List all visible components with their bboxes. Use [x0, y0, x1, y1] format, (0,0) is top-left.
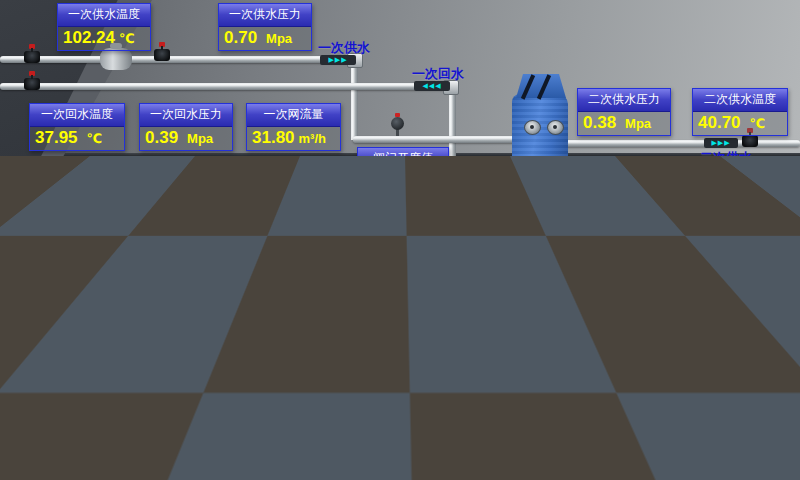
flow-arrow-right-icon: ▶▶▶: [704, 138, 738, 148]
panel-unit: Mpa: [625, 271, 651, 286]
pipe-secondary-supply: [562, 140, 800, 147]
pipe-primary-supply-drop: [351, 63, 358, 140]
pump-flange: [235, 360, 243, 371]
flow-arrow-right-icon: ▶▶▶: [578, 388, 612, 398]
panel-unit: Mpa: [625, 116, 651, 131]
pump-flange: [262, 424, 271, 437]
flow-arrow-left-icon: ◀◀◀: [692, 294, 726, 304]
pipe-label-makeup: 补水: [581, 400, 615, 418]
panel-title: 二次供水温度: [693, 89, 787, 112]
panel-unit: m³/h: [299, 131, 326, 146]
pump-flange: [518, 244, 527, 257]
pump-flange: [462, 252, 471, 265]
panel-value: 33.88: [302, 401, 345, 421]
valve-primary-supply-1[interactable]: [24, 51, 40, 63]
pipe-label-secondary-supply: 二次供水: [700, 149, 752, 167]
panel-value: 1.10: [38, 327, 71, 347]
tank-leg: [92, 410, 102, 437]
panel-value: 36.63: [698, 268, 741, 288]
panel-title: 二次回水温度: [693, 244, 788, 267]
panel-value: 40.70: [698, 113, 741, 133]
pipe-primary-return: [0, 83, 450, 90]
panel-title: 二次回水压力: [578, 244, 670, 267]
pump-flange: [221, 424, 230, 437]
panel-primary-return-temp[interactable]: 一次回水温度 37.95℃: [29, 103, 125, 151]
panel-title: 一次网流量: [247, 104, 340, 127]
hx-port-top-left: [524, 120, 541, 135]
valve-secondary-supply[interactable]: [742, 135, 758, 147]
panel-title: 一次回水压力: [140, 104, 232, 127]
pipe-makeup-join-b: [420, 394, 427, 420]
panel-unit: ℃: [119, 31, 135, 46]
hx-port-bottom-right: [545, 190, 562, 205]
tank-leg: [50, 410, 60, 437]
pump-status-window: [499, 206, 509, 225]
panel-unit: ℃: [750, 116, 766, 131]
panel-secondary-supply-pressure[interactable]: 二次供水压力 0.38Mpa: [577, 88, 671, 136]
pump-volute: [486, 238, 518, 265]
pump-volute: [230, 418, 262, 445]
panel-unit: Mpa: [266, 31, 292, 46]
valve-secondary-return[interactable]: [778, 290, 794, 302]
valve-makeup-isolation[interactable]: [560, 310, 575, 321]
panel-secondary-return-pressure[interactable]: 二次回水压力 0.27Mpa: [577, 243, 671, 291]
tank-leg: [130, 410, 140, 437]
panel-primary-flow[interactable]: 一次网流量 31.80m³/h: [246, 103, 341, 151]
pump-status-window: [255, 327, 264, 344]
pipe-tank-outlet: [146, 333, 570, 340]
panel-primary-supply-pressure[interactable]: 一次供水压力 0.70Mpa: [218, 3, 312, 51]
panel-title: 一次供水温度: [58, 4, 150, 27]
makeup-pump-1[interactable]: [238, 318, 277, 381]
panel-value: 31.80: [252, 128, 295, 148]
panel-title: 补水泵频率: [297, 377, 373, 400]
panel-unit: Hz: [349, 404, 365, 419]
pipe-primary-supply: [0, 56, 355, 63]
pump-status-window: [243, 386, 253, 405]
flow-arrow-right-icon: ▶▶▶: [268, 414, 298, 424]
panel-primary-return-pressure[interactable]: 一次回水压力 0.39Mpa: [139, 103, 233, 151]
valve-primary-supply-2[interactable]: [154, 49, 170, 61]
panel-value: 102.24: [63, 28, 115, 48]
panel-primary-supply-temp[interactable]: 一次供水温度 102.24℃: [57, 3, 151, 51]
panel-unit: Mpa: [187, 131, 213, 146]
hx-port-bottom-left: [522, 190, 539, 205]
panel-value: 0.38: [583, 113, 616, 133]
panel-makeup-pump-freq[interactable]: 补水泵频率 33.88Hz: [296, 376, 374, 424]
panel-value: 5.92: [363, 172, 396, 192]
water-tank-side: [140, 329, 160, 417]
pipe-makeup-pump-a: [148, 362, 420, 369]
panel-unit: m³: [80, 330, 96, 345]
pump-status-window: [443, 214, 453, 233]
panel-title: 二次供水压力: [578, 89, 670, 112]
control-valve-actuator[interactable]: [391, 117, 404, 130]
panel-value: 0.70: [224, 28, 257, 48]
circulation-pump-1[interactable]: [424, 204, 468, 276]
tank-leg: [10, 410, 20, 437]
panel-unit: ℃: [87, 131, 103, 146]
panel-title: 水箱液位高度: [33, 303, 126, 326]
panel-secondary-supply-temp[interactable]: 二次供水温度 40.70℃: [692, 88, 788, 136]
dirt-separator[interactable]: [100, 48, 132, 70]
pipe-label-primary-return: 一次回水: [412, 65, 464, 83]
panel-valve-opening[interactable]: 阀门开度值 5.92%: [357, 147, 449, 195]
control-valve-indicator: [395, 113, 400, 117]
panel-secondary-return-temp[interactable]: 二次回水温度 36.63℃: [692, 243, 789, 291]
pump-flange: [477, 244, 486, 257]
pump-flange: [421, 252, 430, 265]
panel-title: 一次供水压力: [219, 4, 311, 27]
circulation-pump-2[interactable]: [480, 196, 524, 268]
panel-unit: %: [405, 175, 417, 190]
pump-flange: [271, 360, 279, 371]
tank-manhole-left: [12, 361, 62, 407]
panel-title: 一次回水温度: [30, 104, 124, 127]
panel-unit: ℃: [750, 271, 766, 286]
makeup-pump-2[interactable]: [224, 376, 268, 448]
hmi-heat-exchange-station: ▶▶▶ ◀◀◀ ▶▶▶ ◀◀◀ ▶▶▶ ▶▶▶: [0, 0, 800, 480]
valve-primary-return[interactable]: [24, 78, 40, 90]
pump-volute: [430, 246, 462, 273]
pipe-label-primary-supply: 一次供水: [318, 39, 370, 57]
panel-value: 0.39: [145, 128, 178, 148]
hx-port-top-right: [547, 120, 564, 135]
panel-value: 37.95: [35, 128, 78, 148]
panel-tank-level[interactable]: 水箱液位高度 1.10m³: [32, 302, 127, 350]
